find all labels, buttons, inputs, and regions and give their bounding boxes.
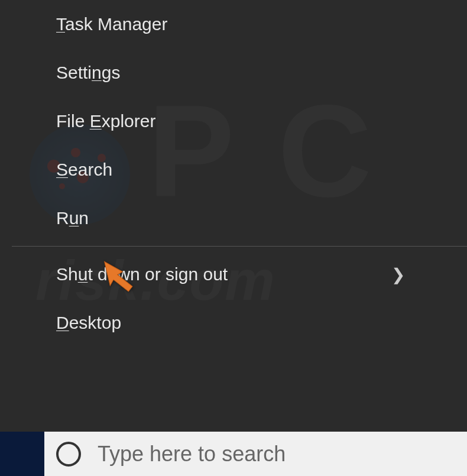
- menu-item-label: Task Manager: [56, 14, 167, 34]
- menu-separator: [12, 246, 467, 247]
- menu-item-label: Settings: [56, 63, 120, 83]
- search-icon: [56, 442, 81, 467]
- menu-item-desktop[interactable]: Desktop: [12, 299, 467, 347]
- taskbar: Type here to search: [0, 432, 467, 476]
- search-placeholder: Type here to search: [98, 442, 286, 467]
- menu-item-label: File Explorer: [56, 111, 155, 131]
- menu-item-search[interactable]: Search: [12, 145, 467, 194]
- chevron-right-icon: ❯: [391, 265, 405, 284]
- taskbar-search-box[interactable]: Type here to search: [44, 432, 467, 476]
- menu-item-task-manager[interactable]: Task Manager: [12, 0, 467, 48]
- menu-item-label: Desktop: [56, 313, 121, 333]
- menu-item-label: Shut down or sign out: [56, 264, 228, 284]
- menu-item-label: Search: [56, 160, 112, 180]
- start-button[interactable]: [0, 432, 44, 476]
- menu-item-settings[interactable]: Settings: [12, 48, 467, 97]
- menu-item-run[interactable]: Run: [12, 194, 467, 242]
- power-user-menu: Task Manager Settings File Explorer Sear…: [12, 0, 467, 432]
- menu-item-shut-down[interactable]: Shut down or sign out ❯: [12, 250, 467, 299]
- menu-item-label: Run: [56, 208, 89, 228]
- menu-item-file-explorer[interactable]: File Explorer: [12, 97, 467, 145]
